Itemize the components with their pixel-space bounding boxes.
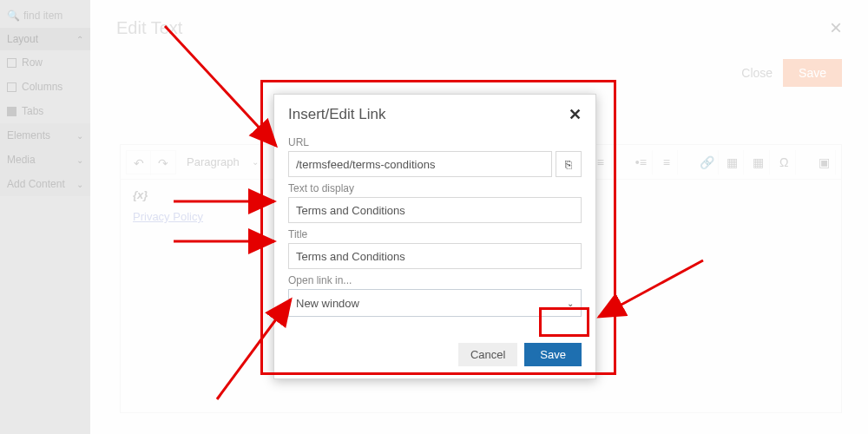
- link-modal-title: Insert/Edit Link: [288, 106, 385, 123]
- link-icon[interactable]: 🔗: [696, 150, 719, 174]
- sidebar-item-tabs[interactable]: Tabs: [0, 99, 90, 123]
- url-input[interactable]: [288, 151, 552, 177]
- row-icon: [7, 58, 16, 68]
- sidebar: 🔍 find item Layout ⌃ Row Columns Tabs El…: [0, 0, 90, 434]
- url-picker-button[interactable]: ⎘: [556, 151, 582, 177]
- format-select-label: Paragraph: [187, 155, 240, 168]
- openin-value: New window: [296, 297, 359, 310]
- sidebar-section-label: Add Content: [7, 178, 65, 190]
- save-button-top[interactable]: Save: [783, 59, 842, 87]
- sidebar-section-label: Media: [7, 154, 36, 166]
- chevron-down-icon: ⌄: [76, 131, 83, 141]
- title-input[interactable]: [288, 243, 582, 269]
- sidebar-search[interactable]: 🔍 find item: [0, 3, 90, 28]
- tabs-icon: [7, 107, 16, 116]
- bullet-list-icon[interactable]: •≡: [630, 150, 653, 174]
- text-label: Text to display: [288, 182, 582, 194]
- sidebar-item-label: Tabs: [22, 105, 43, 117]
- save-button[interactable]: Save: [524, 343, 582, 366]
- sidebar-layout-label: Layout: [7, 33, 38, 45]
- blocks-icon[interactable]: ▣: [813, 150, 836, 174]
- sidebar-item-columns[interactable]: Columns: [0, 75, 90, 99]
- columns-icon: [7, 82, 16, 92]
- url-label: URL: [288, 136, 582, 148]
- close-icon[interactable]: ✕: [569, 105, 582, 124]
- image-icon[interactable]: ▦: [722, 150, 745, 174]
- sidebar-section-addcontent[interactable]: Add Content ⌄: [0, 172, 90, 196]
- link-modal: Insert/Edit Link ✕ URL ⎘ Text to display…: [273, 94, 596, 379]
- chevron-down-icon: ⌄: [76, 155, 83, 165]
- cancel-button[interactable]: Cancel: [458, 343, 517, 366]
- close-icon[interactable]: ×: [830, 16, 842, 40]
- sidebar-item-label: Columns: [22, 81, 62, 93]
- number-list-icon[interactable]: ≡: [656, 150, 679, 174]
- sidebar-item-row[interactable]: Row: [0, 50, 90, 75]
- chevron-up-icon: ⌃: [76, 35, 83, 44]
- table-icon[interactable]: ▦: [747, 150, 770, 174]
- format-select[interactable]: Paragraph ⌄: [180, 150, 266, 174]
- undo-icon[interactable]: ↶: [127, 151, 151, 175]
- editor-link-privacy[interactable]: Privacy Policy: [133, 210, 203, 223]
- sidebar-item-label: Row: [22, 56, 43, 69]
- chevron-down-icon: ⌄: [252, 157, 259, 167]
- chevron-down-icon: ⌄: [567, 299, 574, 308]
- text-input[interactable]: [288, 197, 582, 223]
- omega-icon[interactable]: Ω: [773, 150, 796, 174]
- title-label: Title: [288, 228, 582, 240]
- sidebar-layout-header[interactable]: Layout ⌃: [0, 28, 90, 50]
- openin-label: Open link in...: [288, 274, 582, 286]
- sidebar-section-media[interactable]: Media ⌄: [0, 148, 90, 172]
- sidebar-search-placeholder: find item: [23, 10, 62, 22]
- search-icon: 🔍: [7, 10, 20, 22]
- sidebar-section-label: Elements: [7, 129, 50, 141]
- sidebar-section-elements[interactable]: Elements ⌄: [0, 123, 90, 148]
- page-title: Edit Text: [116, 18, 182, 38]
- external-link-icon: ⎘: [565, 158, 572, 171]
- redo-icon[interactable]: ↷: [151, 151, 175, 175]
- openin-select[interactable]: New window ⌄: [288, 289, 582, 317]
- close-button[interactable]: Close: [741, 66, 773, 80]
- chevron-down-icon: ⌄: [76, 180, 83, 189]
